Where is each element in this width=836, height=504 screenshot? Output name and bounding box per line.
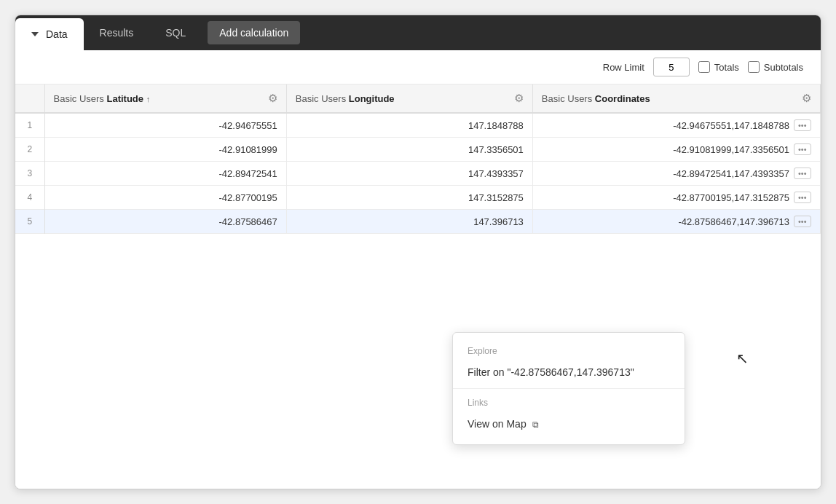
col-header-rownum: [15, 84, 44, 113]
totals-label: Totals: [714, 62, 739, 73]
tab-data-label: Data: [46, 28, 68, 40]
gear-icon-latitude[interactable]: ⚙: [268, 92, 277, 105]
table-body: 1-42.94675551147.1848788-42.94675551,147…: [15, 113, 821, 234]
ellipsis-button[interactable]: •••: [794, 143, 811, 155]
cell-longitude: 147.3356501: [286, 138, 532, 162]
row-number: 3: [15, 162, 44, 186]
popup-divider: [453, 388, 685, 389]
tab-sql[interactable]: SQL: [149, 15, 202, 50]
ellipsis-button[interactable]: •••: [794, 216, 811, 227]
add-calculation-button[interactable]: Add calculation: [208, 21, 300, 44]
tab-results-label: Results: [100, 27, 134, 39]
ellipsis-button[interactable]: •••: [794, 168, 811, 179]
cell-coordinates: -42.87586467,147.396713•••: [533, 210, 821, 233]
cell-longitude: 147.4393357: [286, 162, 532, 186]
add-calculation-label: Add calculation: [219, 27, 288, 39]
filter-on-label: Filter on "-42.87586467,147.396713": [468, 366, 634, 378]
cell-coordinates: -42.91081999,147.3356501•••: [533, 138, 821, 161]
view-on-map-button[interactable]: View on Map ⧉: [453, 411, 685, 437]
row-limit-label: Row Limit: [603, 62, 644, 73]
col-coordinates-label: Basic Users Coordinates: [542, 93, 650, 104]
table-row: 1-42.94675551147.1848788-42.94675551,147…: [15, 113, 821, 138]
table-container: Basic Users Latitude ↑ ⚙ Basic Users Lon…: [15, 84, 821, 489]
external-link-icon: ⧉: [532, 420, 539, 430]
totals-checkbox-group: Totals: [698, 61, 739, 73]
coord-value: -42.89472541,147.4393357: [542, 168, 789, 179]
table-row: 5-42.87586467147.396713-42.87586467,147.…: [15, 210, 821, 234]
subtotals-label: Subtotals: [764, 62, 803, 73]
context-menu-popup: Explore Filter on "-42.87586467,147.3967…: [452, 332, 685, 445]
tab-sql-label: SQL: [165, 27, 186, 39]
row-number: 1: [15, 113, 44, 138]
main-window: Data Results SQL Add calculation Row Lim…: [15, 15, 821, 489]
gear-icon-coordinates[interactable]: ⚙: [802, 92, 811, 105]
col-header-coordinates: Basic Users Coordinates ⚙: [532, 84, 820, 113]
toolbar: Data Results SQL Add calculation: [15, 15, 821, 50]
subtotals-checkbox[interactable]: [748, 61, 760, 73]
ellipsis-button[interactable]: •••: [794, 192, 811, 203]
ellipsis-button[interactable]: •••: [794, 119, 811, 131]
sort-icon-latitude: ↑: [146, 95, 151, 103]
explore-section-label: Explore: [453, 340, 685, 359]
cell-longitude: 147.1848788: [286, 113, 532, 138]
col-latitude-label: Basic Users Latitude ↑: [54, 93, 151, 104]
tab-results[interactable]: Results: [84, 15, 150, 50]
cell-longitude: 147.396713: [286, 210, 532, 234]
row-limit-bar: Row Limit 5 Totals Subtotals: [15, 50, 821, 84]
content-area: Row Limit 5 Totals Subtotals Bas: [15, 50, 821, 489]
cell-longitude: 147.3152875: [286, 186, 532, 210]
view-on-map-label: View on Map: [468, 418, 527, 430]
col-header-longitude: Basic Users Longitude ⚙: [286, 84, 532, 113]
coord-value: -42.91081999,147.3356501: [542, 144, 789, 155]
subtotals-checkbox-group: Subtotals: [748, 61, 803, 73]
table-row: 4-42.87700195147.3152875-42.87700195,147…: [15, 186, 821, 210]
col-header-latitude: Basic Users Latitude ↑ ⚙: [44, 84, 286, 113]
coord-value: -42.87586467,147.396713: [542, 216, 789, 227]
filter-on-button[interactable]: Filter on "-42.87586467,147.396713": [453, 359, 685, 385]
cell-coordinates: -42.87700195,147.3152875•••: [533, 186, 821, 209]
cell-coordinates: -42.89472541,147.4393357•••: [533, 162, 821, 185]
cell-latitude: -42.94675551: [44, 113, 286, 138]
row-limit-input[interactable]: 5: [653, 58, 690, 76]
cell-latitude: -42.87700195: [44, 186, 286, 210]
table-row: 2-42.91081999147.3356501-42.91081999,147…: [15, 138, 821, 162]
table-header-row: Basic Users Latitude ↑ ⚙ Basic Users Lon…: [15, 84, 821, 113]
row-number: 5: [15, 210, 44, 234]
row-number: 4: [15, 186, 44, 210]
cell-latitude: -42.89472541: [44, 162, 286, 186]
tab-data-arrow: [31, 32, 39, 36]
cell-latitude: -42.87586467: [44, 210, 286, 234]
gear-icon-longitude[interactable]: ⚙: [514, 92, 524, 105]
mouse-cursor: ↖: [736, 350, 749, 367]
coord-value: -42.94675551,147.1848788: [542, 120, 789, 131]
links-section-label: Links: [453, 392, 685, 411]
table-row: 3-42.89472541147.4393357-42.89472541,147…: [15, 162, 821, 186]
cell-coordinates: -42.94675551,147.1848788•••: [533, 114, 821, 137]
data-table: Basic Users Latitude ↑ ⚙ Basic Users Lon…: [15, 84, 821, 234]
coord-value: -42.87700195,147.3152875: [542, 192, 789, 203]
col-longitude-label: Basic Users Longitude: [296, 93, 395, 104]
cell-latitude: -42.91081999: [44, 138, 286, 162]
tab-data[interactable]: Data: [15, 18, 84, 50]
row-number: 2: [15, 138, 44, 162]
totals-checkbox[interactable]: [698, 61, 710, 73]
